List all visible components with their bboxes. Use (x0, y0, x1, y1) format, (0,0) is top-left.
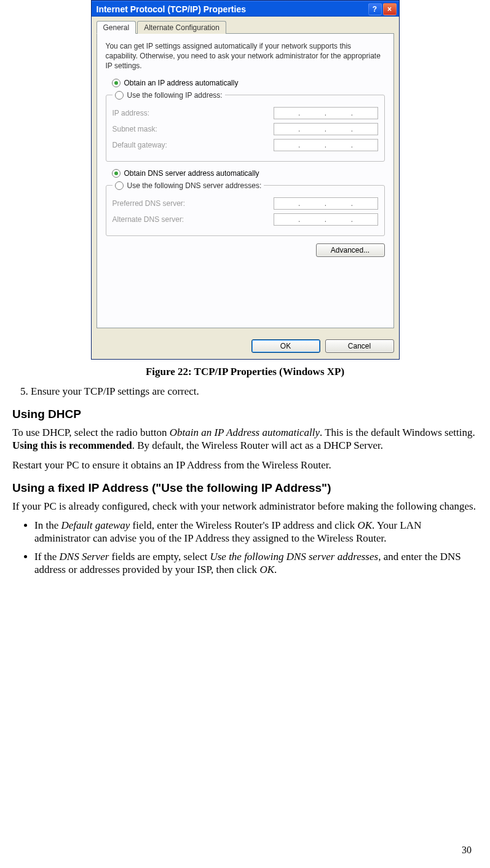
radio-label: Obtain an IP address automatically (124, 79, 239, 87)
radio-label: Use the following IP address: (127, 91, 223, 100)
alternate-dns-input[interactable]: ... (274, 213, 378, 226)
group-manual-dns: Use the following DNS server addresses: … (106, 181, 385, 236)
default-gateway-input[interactable]: ... (274, 139, 378, 151)
tab-alternate-configuration[interactable]: Alternate Configuration (137, 21, 226, 34)
tab-general[interactable]: General (97, 21, 136, 34)
radio-obtain-ip-auto[interactable]: Obtain an IP address automatically (112, 79, 385, 87)
alternate-dns-label: Alternate DNS server: (113, 215, 184, 224)
paragraph-dhcp-1: To use DHCP, select the radio button Obt… (12, 426, 478, 452)
ok-button[interactable]: OK (251, 339, 320, 353)
group-manual-ip: Use the following IP address: IP address… (106, 91, 385, 162)
tcpip-properties-dialog: Internet Protocol (TCP/IP) Properties ? … (91, 0, 400, 360)
cancel-button[interactable]: Cancel (325, 339, 394, 353)
list-item: In the Default gateway field, enter the … (34, 519, 478, 545)
heading-using-dhcp: Using DHCP (12, 408, 478, 421)
radio-icon (112, 79, 121, 87)
radio-use-following-ip[interactable]: Use the following IP address: (113, 91, 225, 100)
paragraph-fixed-1: If your PC is already configured, check … (12, 500, 478, 513)
radio-use-following-dns[interactable]: Use the following DNS server addresses: (113, 181, 264, 190)
preferred-dns-input[interactable]: ... (274, 197, 378, 210)
paragraph-dhcp-2: Restart your PC to ensure it obtains an … (12, 459, 478, 471)
dialog-title: Internet Protocol (TCP/IP) Properties (97, 4, 246, 14)
help-icon[interactable]: ? (368, 3, 382, 15)
intro-text: You can get IP settings assigned automat… (106, 41, 385, 71)
subnet-mask-label: Subnet mask: (113, 125, 157, 133)
radio-label: Use the following DNS server addresses: (127, 181, 262, 190)
heading-fixed-ip: Using a fixed IP Address ("Use the follo… (12, 481, 478, 495)
subnet-mask-input[interactable]: ... (274, 123, 378, 135)
close-icon[interactable]: × (383, 3, 397, 15)
radio-icon (115, 91, 124, 100)
dialog-titlebar: Internet Protocol (TCP/IP) Properties ? … (92, 1, 399, 17)
advanced-button[interactable]: Advanced... (316, 243, 385, 257)
page-number: 30 (462, 845, 472, 856)
radio-obtain-dns-auto[interactable]: Obtain DNS server address automatically (112, 169, 385, 178)
list-item: If the DNS Server fields are empty, sele… (34, 550, 478, 577)
radio-icon (115, 181, 124, 190)
tab-pane-general: You can get IP settings assigned automat… (97, 33, 394, 328)
figure-caption: Figure 22: TCP/IP Properties (Windows XP… (12, 366, 478, 378)
radio-icon (112, 169, 121, 178)
preferred-dns-label: Preferred DNS server: (113, 199, 186, 208)
step-5: Ensure your TCP/IP settings are correct. (31, 385, 478, 398)
ip-address-label: IP address: (113, 109, 149, 117)
default-gateway-label: Default gateway: (113, 141, 167, 149)
ip-address-input[interactable]: ... (274, 107, 378, 119)
radio-label: Obtain DNS server address automatically (124, 169, 259, 178)
